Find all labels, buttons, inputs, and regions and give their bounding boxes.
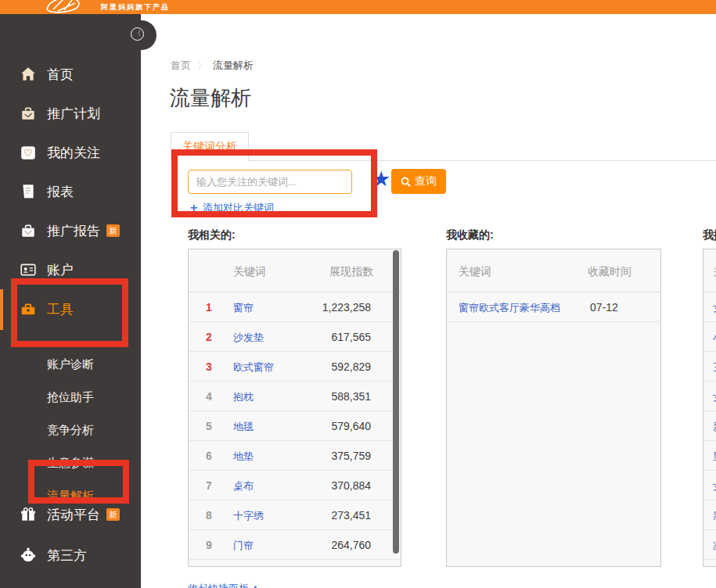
sidebar-item-activity-platform[interactable]: 活动平台 新 [0, 495, 141, 534]
column-header-keyword: 关键词 [233, 265, 266, 279]
rank: 1 [203, 301, 215, 314]
tab-keyword-analysis[interactable]: 关键词分析 [171, 132, 249, 161]
breadcrumb-home[interactable]: 首页 [171, 59, 191, 71]
keyword-link[interactable]: 窗帘欧式客厅豪华高档 [459, 301, 560, 315]
keyword-link[interactable]: 地垫 [233, 450, 254, 464]
table-row: 4抱枕588,351 [189, 382, 401, 411]
rank: 9 [203, 539, 215, 551]
keyword-link[interactable]: 里 [713, 450, 716, 464]
table-row: 窗帘欧式客厅豪华高档 07-12 [447, 292, 660, 322]
table-row: 三 [703, 352, 716, 382]
keyword-link[interactable]: 三 [713, 360, 716, 375]
sidebar-item-reports[interactable]: 报表 [0, 172, 141, 211]
keyword-link[interactable]: 抱枕 [233, 390, 254, 404]
related-keywords-table: 关键词 展现指数 1窗帘1,223,258 2沙发垫617,565 3欧式窗帘5… [188, 249, 401, 567]
impression-index: 273,451 [331, 509, 371, 522]
table-row: 女 [703, 292, 716, 322]
toolbox-icon [20, 300, 37, 317]
table-header: 关键词 [703, 249, 716, 292]
sidebar-item-favorites[interactable]: 我的关注 [0, 133, 141, 172]
submenu-item-business-advisor[interactable]: 生意参谋 [47, 446, 141, 479]
keyword-link[interactable]: 次 [713, 539, 716, 553]
new-badge: 新 [106, 508, 120, 521]
sidebar-item-promo-report[interactable]: 推广报告 新 [0, 211, 141, 250]
alimama-logo-icon [41, 0, 89, 14]
table-row: 5地毯579,640 [189, 411, 401, 441]
keyword-link[interactable]: 桌布 [233, 479, 254, 493]
table-row: 8十字绣273,451 [189, 500, 401, 530]
search-icon [401, 177, 411, 187]
submenu-item-rank-assistant[interactable]: 抢位助手 [47, 381, 141, 414]
keyword-link[interactable]: 窗帘 [233, 301, 254, 315]
sidebar-item-tools[interactable]: 工具 [0, 289, 141, 328]
table-row: 小 [703, 322, 716, 352]
sidebar-item-label: 我的关注 [47, 144, 100, 162]
keyword-link[interactable]: 门帘 [233, 539, 254, 553]
submenu-item-competition-analysis[interactable]: 竞争分析 [47, 414, 141, 446]
favorites-table: 关键词 收藏时间 窗帘欧式客厅豪华高档 07-12 [446, 249, 661, 567]
related-panel-label: 我相关的: [188, 228, 236, 242]
impression-index: 579,640 [331, 420, 371, 432]
impression-index: 370,884 [331, 479, 371, 492]
submenu-item-account-diagnosis[interactable]: 账户诊断 [47, 348, 141, 381]
keyword-link[interactable]: 女 [713, 479, 716, 493]
report-bag-icon [20, 222, 37, 239]
keyword-link[interactable]: 沙发垫 [233, 331, 264, 345]
sidebar-item-third-party[interactable]: 第三方 [0, 536, 141, 575]
keyword-link[interactable]: 新 [713, 420, 716, 434]
table-row: 次 [703, 530, 716, 560]
impression-index: 588,351 [331, 390, 371, 403]
sidebar-item-account[interactable]: 账户 [0, 250, 141, 289]
table-row: 9门帘264,760 [189, 530, 401, 560]
impression-index: 264,760 [331, 539, 371, 551]
keyword-link[interactable]: 黑 [713, 509, 716, 523]
rank: 5 [203, 420, 215, 432]
table-row: 黑 [703, 500, 716, 530]
impression-index: 592,829 [331, 360, 371, 373]
table-row: 女 [703, 471, 716, 500]
sidebar-item-label: 活动平台 [47, 506, 100, 524]
favorites-panel-label: 我收藏的: [446, 228, 494, 242]
searched-keywords-table: 关键词 女 小 三 女 新 里 女 黑 次 [703, 249, 716, 567]
keyword-link[interactable]: 地毯 [233, 420, 254, 434]
sidebar-item-label: 工具 [47, 300, 74, 318]
keyword-search-input[interactable] [188, 170, 352, 194]
brand-suffix-text: 阿里妈妈旗下产品 [101, 2, 170, 13]
sidebar-item-label: 账户 [47, 261, 74, 279]
table-row: 2沙发垫617,565 [189, 322, 401, 352]
keyword-link[interactable]: 女 [713, 301, 716, 315]
table-row: 1窗帘1,223,258 [189, 292, 401, 322]
keyword-link[interactable]: 十字绣 [233, 509, 264, 523]
favorite-star-icon[interactable]: ★ [372, 167, 390, 192]
table-row: 3欧式窗帘592,829 [189, 352, 401, 382]
top-brand-bar: 阿里妈妈旗下产品 [0, 0, 716, 14]
table-scrollbar[interactable] [393, 250, 399, 554]
table-header: 关键词 展现指数 [189, 249, 401, 292]
home-icon [20, 66, 37, 83]
rank: 2 [203, 331, 215, 343]
rank: 6 [203, 450, 215, 462]
table-row: 7桌布370,884 [189, 471, 401, 500]
rank: 3 [203, 360, 215, 373]
add-compare-label: 添加对比关键词 [203, 202, 274, 213]
keyword-link[interactable]: 女 [713, 390, 716, 404]
submenu-label: 账户诊断 [47, 357, 94, 372]
keyword-link[interactable]: 欧式窗帘 [233, 360, 274, 375]
sidebar: 〈 首页 推广计划 我的关注 报表 推广报告 新 账户 工具 账户诊断 抢位助手… [0, 14, 141, 588]
sidebar-item-label: 报表 [47, 183, 74, 201]
submenu-label: 竞争分析 [47, 423, 94, 438]
breadcrumb: 首页〉流量解析 [171, 59, 254, 73]
table-row: 女 [703, 382, 716, 411]
heart-icon [20, 144, 37, 161]
collapse-quick-panel-link[interactable]: 收起快捷面板 ∧ [188, 582, 259, 588]
sidebar-item-home[interactable]: 首页 [0, 55, 141, 94]
sidebar-item-campaigns[interactable]: 推广计划 [0, 94, 141, 133]
submenu-label: 抢位助手 [47, 390, 94, 405]
table-row: 里 [703, 441, 716, 471]
add-compare-keyword-link[interactable]: ＋添加对比关键词 [188, 200, 274, 215]
keyword-link[interactable]: 小 [713, 331, 716, 345]
query-button[interactable]: 查询 [391, 169, 446, 194]
sidebar-item-label: 第三方 [47, 547, 87, 565]
sidebar-item-label: 首页 [47, 66, 74, 84]
sidebar-collapse-button[interactable]: 〈 [131, 27, 144, 41]
